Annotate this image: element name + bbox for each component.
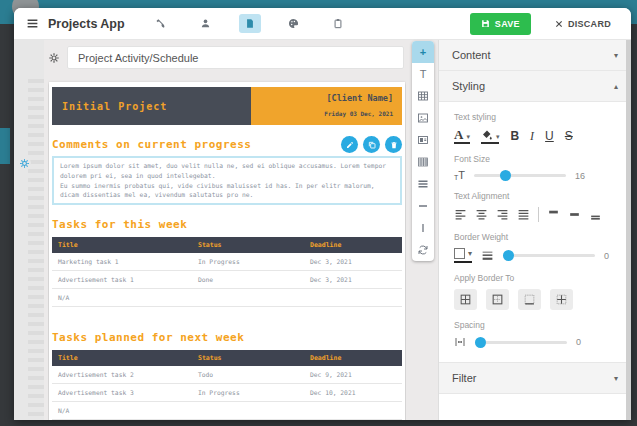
align-right-icon [496,208,509,221]
border-weight-value: 0 [604,251,609,261]
content-section-header[interactable]: Content ▾ [439,40,631,71]
underline-button[interactable]: U [545,129,554,143]
settings-gear-icon[interactable] [48,52,60,64]
cell-title: Marketing task 1 [52,253,192,271]
border-inner-button[interactable] [550,289,573,310]
document-title-input[interactable] [67,46,404,69]
cell-title: Advertisement task 3 [52,384,192,402]
rail-gear-icon[interactable] [17,156,31,170]
fill-color-picker[interactable]: ▾ [481,129,500,144]
table-element-button[interactable] [412,85,434,107]
border-color-picker[interactable]: ▾ [454,248,472,263]
tasks-next-week-table[interactable]: Title Status Deadline Advertisement task… [52,350,402,420]
align-justify-icon [517,208,530,221]
duplicate-element-button[interactable] [363,136,380,153]
font-size-slider[interactable] [474,174,566,177]
text-color-a-glyph: A [454,128,463,141]
background-teal-chip [0,128,10,164]
sidebar-scrollbar[interactable] [626,40,631,420]
column-header: Deadline [304,350,402,366]
delete-element-button[interactable] [385,136,402,153]
strikethrough-button[interactable]: S [565,129,573,143]
horizontal-line-element-button[interactable] [412,195,434,217]
align-center-button[interactable] [475,208,488,221]
hamburger-menu-icon[interactable] [26,17,39,30]
align-left-icon [454,208,467,221]
page-thumbnails-skeleton [28,74,44,420]
rows-element-button[interactable] [412,173,434,195]
add-element-button[interactable]: + [412,41,434,63]
comments-heading: Comments on current progress [52,138,251,151]
font-size-slider-thumb[interactable] [500,170,511,181]
border-weight-slider-thumb[interactable] [503,250,514,261]
italic-button[interactable]: I [530,129,534,144]
apply-border-controls [454,289,616,310]
align-center-icon [475,208,488,221]
table-row: Advertisement task 3 In Progress Dec 10,… [52,384,402,402]
text-element-button[interactable]: T [412,63,434,85]
align-right-button[interactable] [496,208,509,221]
tasks-this-week-table[interactable]: Title Status Deadline Marketing task 1 I… [52,237,402,307]
bold-button[interactable]: B [510,129,519,143]
save-button[interactable]: SAVE [470,13,531,35]
save-icon [481,19,490,28]
image-text-element-button[interactable] [412,129,434,151]
table-header-row: Title Status Deadline [52,237,402,253]
comment-text-block[interactable]: Lorem ipsum dolor sit amet, duo velit nu… [52,156,402,205]
font-size-control: TT 16 [454,170,616,181]
paint-bucket-icon [481,129,493,141]
valign-bottom-button[interactable] [589,208,602,221]
spacing-slider-thumb[interactable] [475,337,486,348]
copy-icon [368,141,376,149]
text-icon: T [420,69,427,80]
align-left-button[interactable] [454,208,467,221]
table-icon [417,90,429,102]
image-element-button[interactable] [412,107,434,129]
text-alignment-controls [454,207,616,222]
palette-icon[interactable] [283,14,305,33]
banner-project-title: Initial Project [52,87,251,125]
column-header: Title [52,350,192,366]
styling-section-header[interactable]: Styling ▴ [439,71,631,102]
chevron-down-icon: ▾ [614,374,618,383]
refresh-element-button[interactable] [412,239,434,261]
document-banner[interactable]: Initial Project [Client Name] Friday 03 … [52,87,402,125]
border-weight-controls: ▾ 0 [454,248,616,263]
text-color-picker[interactable]: A ▾ [454,128,470,144]
banner-client-block: [Client Name] Friday 03 Dec, 2021 [251,87,402,125]
styling-section-label: Styling [452,80,485,92]
table-row: N/A [52,402,402,420]
filter-section-header[interactable]: Filter ▾ [439,363,631,394]
table2-heading: Tasks planned for next week [52,331,402,344]
valign-top-button[interactable] [547,208,560,221]
main-column: Initial Project [Client Name] Friday 03 … [44,40,408,420]
vertical-line-element-button[interactable] [412,217,434,239]
border-all-button[interactable] [454,289,477,310]
doc-title-row [48,46,406,69]
rows-icon [417,178,429,190]
clipboard-icon[interactable] [327,14,349,33]
border-outer-button[interactable] [486,289,509,310]
border-weight-slider[interactable] [503,254,595,257]
font-size-value: 16 [575,171,585,181]
valign-middle-button[interactable] [568,208,581,221]
edit-element-button[interactable] [341,136,358,153]
border-weight-label: Border Weight [454,232,616,242]
column-header: Status [192,350,304,366]
discard-button[interactable]: DISCARD [547,13,619,35]
grid-element-button[interactable] [412,151,434,173]
document-template-icon[interactable] [239,14,261,33]
document-page: Initial Project [Client Name] Friday 03 … [49,82,405,420]
app-body: Initial Project [Client Name] Friday 03 … [14,40,631,420]
valign-top-icon [547,208,560,221]
wrench-icon[interactable] [151,14,173,33]
table-row: Advertisement task 1 Done Dec 3, 2021 [52,271,402,289]
user-icon[interactable] [195,14,217,33]
filter-panel-empty [439,394,631,420]
left-rail [14,40,44,420]
spacing-slider[interactable] [475,341,567,344]
chevron-down-icon: ▾ [496,133,500,141]
border-bottom-button[interactable] [518,289,541,310]
align-justify-button[interactable] [517,208,530,221]
document-canvas[interactable]: Initial Project [Client Name] Friday 03 … [48,73,406,420]
